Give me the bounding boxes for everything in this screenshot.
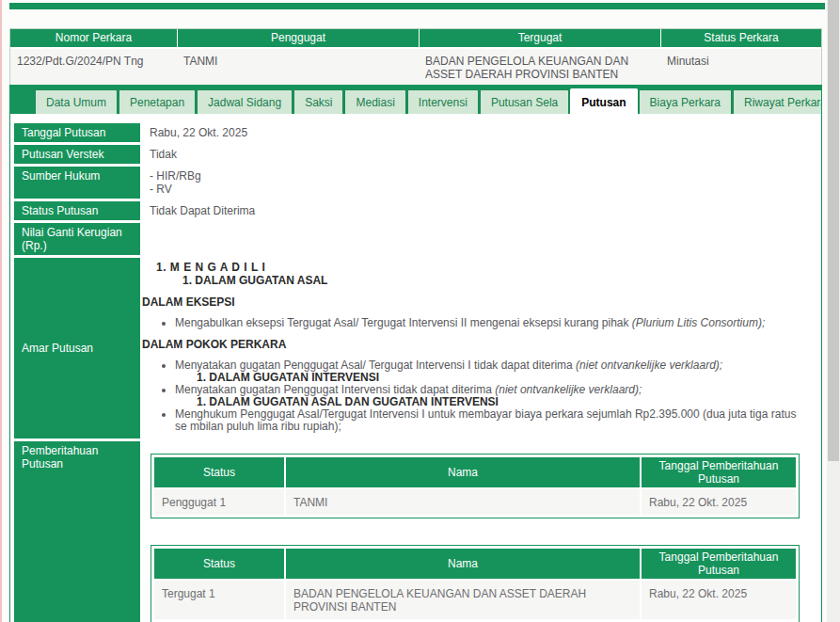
value-putusan-verstek: Tidak xyxy=(142,145,817,164)
notif-col-tanggal: Tanggal Pemberitahuan Putusan xyxy=(640,549,796,579)
detail-row-pemberitahuan-putusan: Pemberitahuan Putusan Status Nama Tangga… xyxy=(10,441,817,622)
amar-bullet-3: Menyatakan gugatan Penggugat Intervensi … xyxy=(175,384,808,408)
amar-bullet-1: Mengabulkan eksepsi Tergugat Asal/ Tergu… xyxy=(175,317,808,329)
value-sumber-hukum: - HIR/RBg - RV xyxy=(142,167,817,199)
putusan-panel: Tanggal Putusan Rabu, 22 Okt. 2025 Putus… xyxy=(10,114,821,622)
notif-cell-tanggal: Rabu, 22 Okt. 2025 xyxy=(640,581,796,619)
amar-bullet-4-text: Menghukum Penggugat Asal/Tergugat Interv… xyxy=(175,407,796,433)
amar-bullet-3-text: Menyatakan gugatan Penggugat Intervensi … xyxy=(175,383,495,396)
tab-putusan[interactable]: Putusan xyxy=(570,88,637,115)
pemberitahuan-content: Status Nama Tanggal Pemberitahuan Putusa… xyxy=(142,441,817,622)
label-status-putusan: Status Putusan xyxy=(14,201,140,220)
label-pemberitahuan-putusan: Pemberitahuan Putusan xyxy=(14,441,140,622)
amar-dalam-gugatan-asal-line: 1. DALAM GUGATAN ASAL xyxy=(182,275,808,287)
detail-row-status-putusan: Status Putusan Tidak Dapat Diterima xyxy=(10,201,817,220)
vertical-scrollbar[interactable] xyxy=(827,0,840,622)
notif-cell-tanggal: Rabu, 22 Okt. 2025 xyxy=(640,489,796,515)
notif-row-tergugat-1: Tergugat 1 BADAN PENGELOLA KEUANGAN DAN … xyxy=(154,581,796,619)
label-sumber-hukum: Sumber Hukum xyxy=(14,167,140,199)
tab-biaya-perkara[interactable]: Biaya Perkara xyxy=(639,89,732,114)
value-status-putusan: Tidak Dapat Diterima xyxy=(142,201,817,220)
detail-row-amar-putusan: Amar Putusan 1. M E N G A D I L I 1. DAL… xyxy=(10,258,817,439)
amar-pokok-perkara-list: Menyatakan gugatan Penggugat Asal/ Tergu… xyxy=(142,359,808,433)
notif-cell-status: Tergugat 1 xyxy=(154,581,284,619)
notif-cell-status: Penggugat 1 xyxy=(154,489,284,515)
amar-section-dalam-pokok-perkara: DALAM POKOK PERKARA xyxy=(142,339,808,351)
amar-bullet-2-text: Menyatakan gugatan Penggugat Asal/ Tergu… xyxy=(175,359,576,372)
label-amar-putusan: Amar Putusan xyxy=(14,258,140,439)
notif-col-nama: Nama xyxy=(284,549,640,579)
amar-bullet-4: Menghukum Penggugat Asal/Tergugat Interv… xyxy=(175,408,808,433)
amar-bullet-2-italic: (niet ontvankelijke verklaard); xyxy=(576,359,722,372)
tab-penetapan[interactable]: Penetapan xyxy=(119,89,196,114)
notif-table-penggugat-header: Status Nama Tanggal Pemberitahuan Putusa… xyxy=(154,457,796,487)
top-green-bar xyxy=(9,3,825,9)
col-header-status-perkara: Status Perkara xyxy=(660,29,821,47)
tab-mediasi[interactable]: Mediasi xyxy=(344,89,405,114)
amar-bullet-3-italic: (niet ontvankelijke verklaard); xyxy=(495,383,642,396)
detail-row-sumber-hukum: Sumber Hukum - HIR/RBg - RV xyxy=(10,167,817,199)
amar-mengadili-line: 1. M E N G A D I L I xyxy=(156,262,808,274)
notif-col-status: Status xyxy=(154,457,284,487)
amar-putusan-content: 1. M E N G A D I L I 1. DALAM GUGATAN AS… xyxy=(142,258,817,439)
tab-riwayat-perkara[interactable]: Riwayat Perkara xyxy=(733,89,822,114)
amar-eksepsi-list: Mengabulkan eksepsi Tergugat Asal/ Tergu… xyxy=(142,317,808,329)
tab-data-umum[interactable]: Data Umum xyxy=(35,89,118,114)
case-detail-container: Data Umum Penetapan Jadwal Sidang Saksi … xyxy=(9,85,822,622)
window-edge xyxy=(0,0,2,622)
notif-cell-nama: BADAN PENGELOLA KEUANGAN DAN ASSET DAERA… xyxy=(284,581,640,619)
tab-bar: Data Umum Penetapan Jadwal Sidang Saksi … xyxy=(10,86,821,114)
value-nilai-ganti-kerugian xyxy=(142,223,817,255)
detail-row-nilai-ganti-kerugian: Nilai Ganti Kerugian (Rp.) xyxy=(10,223,817,255)
notif-col-nama: Nama xyxy=(284,457,640,487)
notif-table-penggugat: Status Nama Tanggal Pemberitahuan Putusa… xyxy=(151,454,800,518)
col-header-tergugat: Tergugat xyxy=(419,29,660,47)
detail-row-putusan-verstek: Putusan Verstek Tidak xyxy=(10,145,817,164)
notif-table-tergugat-header: Status Nama Tanggal Pemberitahuan Putusa… xyxy=(154,549,796,579)
amar-bullet-1-italic: (Plurium Litis Consortium); xyxy=(632,316,765,329)
col-header-penggugat: Penggugat xyxy=(177,29,419,47)
amar-bullet-2: Menyatakan gugatan Penggugat Asal/ Tergu… xyxy=(175,359,808,384)
scrollbar-thumb[interactable] xyxy=(828,0,839,461)
label-tanggal-putusan: Tanggal Putusan xyxy=(14,123,140,142)
amar-bullet-1-text: Mengabulkan eksepsi Tergugat Asal/ Tergu… xyxy=(175,316,632,329)
tab-putusan-sela[interactable]: Putusan Sela xyxy=(480,89,569,114)
case-summary-header-row: Nomor Perkara Penggugat Tergugat Status … xyxy=(10,29,821,47)
col-header-nomor-perkara: Nomor Perkara xyxy=(10,29,177,47)
tab-saksi[interactable]: Saksi xyxy=(293,89,343,114)
amar-section-dalam-eksepsi: DALAM EKSEPSI xyxy=(142,296,808,309)
notif-row-penggugat-1: Penggugat 1 TANMI Rabu, 22 Okt. 2025 xyxy=(154,489,796,515)
notif-col-status: Status xyxy=(154,549,284,579)
label-putusan-verstek: Putusan Verstek xyxy=(14,145,140,164)
notif-col-tanggal: Tanggal Pemberitahuan Putusan xyxy=(640,457,796,487)
case-summary-table: Nomor Perkara Penggugat Tergugat Status … xyxy=(9,28,822,91)
detail-row-tanggal-putusan: Tanggal Putusan Rabu, 22 Okt. 2025 xyxy=(10,123,817,142)
tab-jadwal-sidang[interactable]: Jadwal Sidang xyxy=(197,89,293,114)
notif-table-tergugat: Status Nama Tanggal Pemberitahuan Putusa… xyxy=(151,545,800,622)
notif-cell-nama: TANMI xyxy=(284,489,640,515)
label-nilai-ganti-kerugian: Nilai Ganti Kerugian (Rp.) xyxy=(14,223,140,255)
value-tanggal-putusan: Rabu, 22 Okt. 2025 xyxy=(142,123,817,142)
tab-intervensi[interactable]: Intervensi xyxy=(407,89,479,114)
